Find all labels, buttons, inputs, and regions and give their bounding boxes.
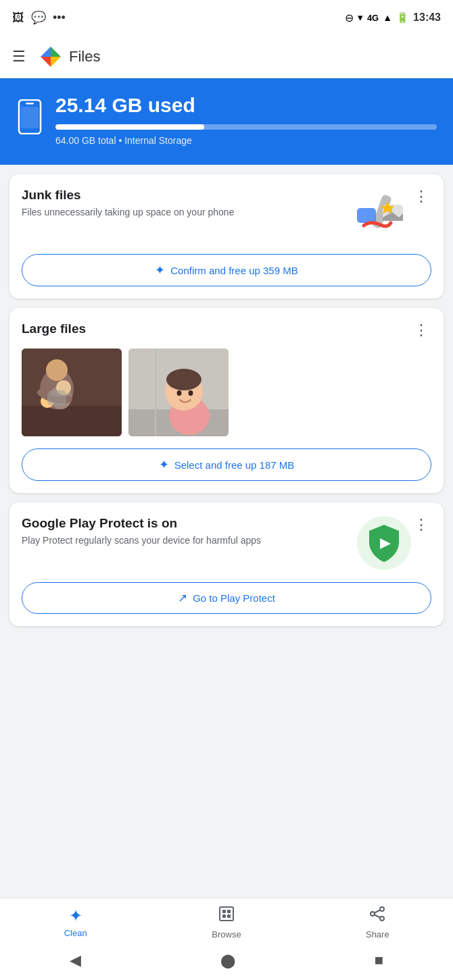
clean-nav-icon: ✦: [69, 906, 82, 925]
svg-rect-31: [220, 907, 233, 921]
junk-files-title: Junk files: [22, 188, 343, 203]
signal-4g-icon: 4G: [367, 13, 379, 23]
large-files-title-section: Large files: [22, 321, 411, 336]
phone-storage-icon: [16, 99, 43, 140]
menu-button[interactable]: ☰: [12, 48, 26, 66]
junk-files-subtitle: Files unnecessarily taking up space on y…: [22, 206, 343, 220]
play-protect-more-button[interactable]: ⋮: [411, 516, 431, 534]
clean-nav-label: Clean: [64, 928, 87, 938]
photo-status-icon: 🖼: [12, 11, 24, 25]
svg-rect-6: [26, 103, 34, 105]
svg-rect-9: [357, 208, 376, 223]
svg-rect-33: [227, 910, 231, 913]
play-protect-shield-container: [357, 516, 411, 570]
play-protect-subtitle: Play Protect regularly scans your device…: [22, 534, 350, 548]
junk-files-title-section: Junk files Files unnecessarily taking up…: [22, 188, 343, 220]
app-logo: [39, 45, 62, 68]
junk-files-action-label: Confirm and free up 359 MB: [170, 265, 297, 276]
storage-bar-fill: [55, 124, 204, 130]
svg-point-28: [189, 390, 193, 396]
storage-used-label: 25.14 GB used: [55, 93, 437, 118]
wifi-icon: ▾: [358, 11, 363, 24]
svg-rect-32: [222, 910, 226, 913]
status-time: 13:43: [413, 11, 441, 24]
dnd-icon: ⊖: [345, 11, 354, 24]
play-protect-title: Google Play Protect is on: [22, 516, 350, 531]
play-protect-action-button[interactable]: ↗ Go to Play Protect: [22, 582, 431, 614]
bottom-nav: ✦ Clean Browse Share: [0, 898, 453, 944]
share-nav-icon: [368, 905, 386, 927]
play-protect-card-header: Google Play Protect is on Play Protect r…: [22, 516, 431, 570]
recents-button[interactable]: ■: [375, 952, 383, 969]
storage-banner: 25.14 GB used 64.00 GB total • Internal …: [0, 78, 453, 165]
junk-files-action-button[interactable]: ✦ Confirm and free up 359 MB: [22, 254, 431, 286]
status-left-icons: 🖼 💬 •••: [12, 10, 66, 25]
storage-info: 25.14 GB used 64.00 GB total • Internal …: [55, 93, 437, 146]
large-files-card: Large files ⋮: [9, 308, 444, 493]
external-link-icon: ↗: [178, 591, 187, 605]
junk-files-card: Junk files Files unnecessarily taking up…: [9, 174, 444, 299]
status-right-icons: ⊖ ▾ 4G ▲ 🔋 13:43: [345, 11, 441, 24]
storage-bar: [55, 124, 437, 130]
svg-point-38: [380, 917, 384, 921]
large-files-action-button[interactable]: ✦ Select and free up 187 MB: [22, 448, 431, 481]
junk-files-card-header: Junk files Files unnecessarily taking up…: [22, 188, 431, 242]
back-button[interactable]: ◀: [70, 952, 81, 969]
svg-point-36: [380, 907, 384, 911]
app-title: Files: [69, 48, 100, 66]
storage-total-label: 64.00 GB total • Internal Storage: [55, 135, 437, 146]
svg-rect-15: [22, 406, 122, 436]
sparkle-icon-large: ✦: [159, 457, 169, 472]
dots-status-icon: •••: [53, 11, 66, 25]
svg-rect-21: [47, 390, 66, 405]
cards-container: Junk files Files unnecessarily taking up…: [0, 165, 453, 888]
nav-item-clean[interactable]: ✦ Clean: [0, 906, 151, 938]
nav-item-browse[interactable]: Browse: [151, 905, 302, 939]
large-files-more-button[interactable]: ⋮: [411, 321, 431, 339]
junk-files-icon: [350, 188, 411, 242]
large-files-title: Large files: [22, 321, 411, 336]
status-bar: 🖼 💬 ••• ⊖ ▾ 4G ▲ 🔋 13:43: [0, 0, 453, 35]
large-files-action-label: Select and free up 187 MB: [174, 459, 295, 471]
play-protect-card: Google Play Protect is on Play Protect r…: [9, 502, 444, 626]
home-button[interactable]: ⬤: [220, 952, 235, 969]
junk-files-more-button[interactable]: ⋮: [411, 188, 431, 205]
play-protect-action-label: Go to Play Protect: [193, 592, 275, 604]
large-file-thumb-1[interactable]: [22, 349, 122, 436]
large-file-thumb-2[interactable]: [128, 349, 229, 436]
browse-nav-label: Browse: [212, 929, 241, 939]
svg-rect-34: [222, 914, 226, 918]
svg-line-40: [375, 915, 380, 918]
nav-item-share[interactable]: Share: [302, 905, 453, 939]
sparkle-icon: ✦: [155, 263, 165, 278]
play-protect-title-section: Google Play Protect is on Play Protect r…: [22, 516, 350, 548]
svg-point-17: [46, 359, 68, 381]
browse-nav-icon: [218, 905, 235, 927]
battery-icon: 🔋: [396, 11, 409, 24]
system-nav-bar: ◀ ⬤ ■: [0, 944, 453, 980]
whatsapp-status-icon: 💬: [31, 10, 46, 25]
app-logo-area: Files: [39, 45, 100, 68]
svg-rect-35: [227, 914, 231, 918]
svg-line-39: [375, 910, 380, 913]
large-files-thumbnails: [22, 349, 431, 436]
svg-point-27: [177, 390, 182, 396]
share-nav-label: Share: [366, 929, 389, 939]
svg-rect-7: [21, 107, 39, 128]
large-files-card-header: Large files ⋮: [22, 321, 431, 339]
signal-bars-icon: ▲: [383, 12, 392, 23]
svg-point-26: [166, 369, 201, 390]
app-bar: ☰ Files: [0, 35, 453, 78]
svg-point-37: [371, 912, 375, 916]
